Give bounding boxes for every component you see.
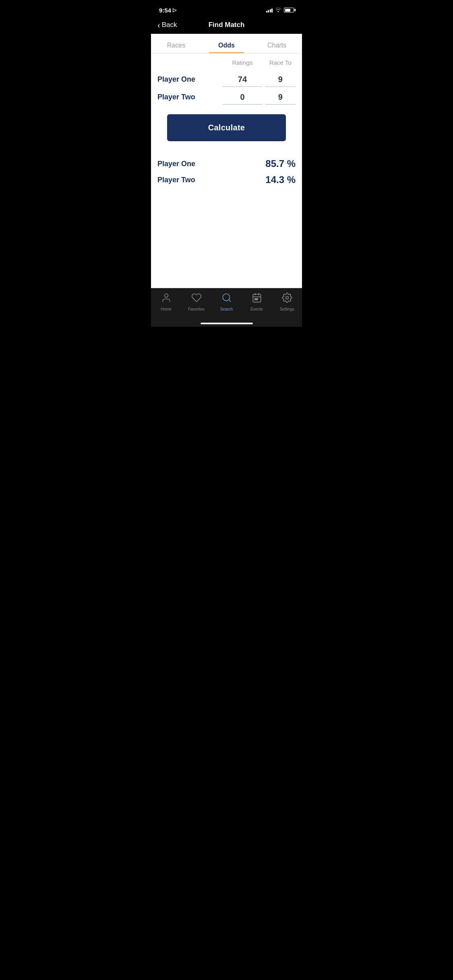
calculate-button[interactable]: Calculate — [167, 114, 286, 141]
player-one-raceto-wrap — [265, 75, 296, 87]
results-section: Player One 85.7 % Player Two 14.3 % — [151, 149, 302, 188]
svg-rect-3 — [253, 294, 261, 302]
nav-item-favorites[interactable]: Favorites — [181, 292, 211, 311]
svg-rect-7 — [254, 299, 256, 300]
favorites-label: Favorites — [188, 307, 205, 311]
player-two-rating-wrap — [219, 93, 265, 105]
tab-charts[interactable]: Charts — [252, 37, 302, 53]
search-label: Search — [220, 307, 233, 311]
signal-icon — [266, 8, 273, 12]
nav-item-events[interactable]: Events — [242, 292, 272, 311]
player-two-raceto-wrap — [265, 93, 296, 105]
tab-odds[interactable]: Odds — [201, 37, 252, 53]
back-chevron-icon: ‹ — [157, 21, 160, 29]
events-label: Events — [250, 307, 263, 311]
nav-bar: ‹ Back Find Match — [151, 18, 302, 34]
player-one-raceto-input[interactable] — [265, 75, 296, 87]
back-button[interactable]: ‹ Back — [157, 21, 177, 29]
bottom-nav: Home Favorites Search — [151, 288, 302, 323]
home-indicator — [151, 323, 302, 327]
ratings-header: Ratings — [219, 59, 265, 69]
main-content: Races Odds Charts Ratings Race To Player… — [151, 34, 302, 288]
calculate-section: Calculate — [151, 105, 302, 149]
location-icon: ▷ — [173, 7, 176, 13]
player-two-result-value: 14.3 % — [265, 174, 296, 185]
home-label: Home — [161, 307, 172, 311]
player-one-rating-wrap — [219, 75, 265, 87]
home-indicator-bar — [201, 323, 253, 324]
player-two-raceto-input[interactable] — [265, 93, 296, 105]
wifi-icon — [275, 7, 281, 13]
player-two-label: Player Two — [157, 93, 219, 105]
status-bar: 9:54 ▷ — [151, 0, 302, 18]
tab-races[interactable]: Races — [151, 37, 201, 53]
home-icon — [161, 292, 172, 305]
player-one-result-value: 85.7 % — [265, 158, 296, 169]
raceto-header: Race To — [265, 59, 296, 69]
player-one-result-row: Player One 85.7 % — [157, 156, 296, 172]
player-two-rating-input[interactable] — [223, 93, 262, 105]
tab-bar: Races Odds Charts — [151, 34, 302, 54]
battery-icon — [284, 8, 294, 12]
svg-rect-8 — [256, 299, 257, 300]
player-one-label: Player One — [157, 75, 219, 87]
status-time: 9:54 ▷ — [159, 7, 176, 14]
favorites-icon — [191, 292, 202, 305]
player-two-result-label: Player Two — [157, 176, 195, 184]
nav-title: Find Match — [209, 21, 245, 29]
nav-item-search[interactable]: Search — [211, 292, 242, 311]
player-two-row: Player Two — [151, 87, 302, 105]
status-icons — [266, 7, 294, 13]
settings-label: Settings — [279, 307, 294, 311]
nav-item-settings[interactable]: Settings — [272, 292, 302, 311]
player-two-result-row: Player Two 14.3 % — [157, 172, 296, 188]
nav-item-home[interactable]: Home — [151, 292, 181, 311]
svg-point-0 — [164, 294, 168, 297]
svg-line-2 — [229, 300, 231, 302]
player-one-rating-input[interactable] — [223, 75, 262, 87]
settings-icon — [282, 292, 292, 305]
svg-point-9 — [285, 296, 288, 299]
back-label: Back — [162, 21, 177, 29]
search-icon — [221, 292, 232, 305]
player-one-result-label: Player One — [157, 160, 195, 168]
time-display: 9:54 — [159, 7, 171, 14]
column-headers: Ratings Race To — [151, 54, 302, 69]
events-icon — [252, 292, 262, 305]
player-one-row: Player One — [151, 69, 302, 87]
